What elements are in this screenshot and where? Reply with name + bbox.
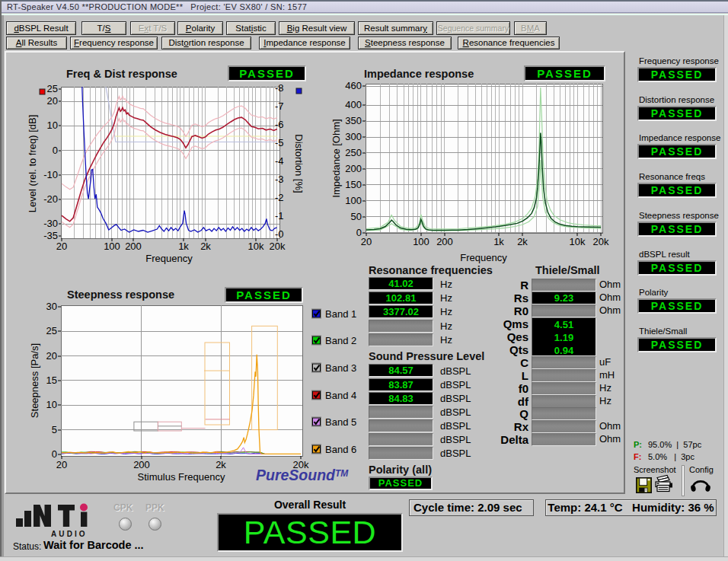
svg-text:50: 50 (351, 211, 362, 222)
svg-text:15: 15 (46, 375, 57, 386)
svg-text:-30: -30 (43, 218, 58, 229)
svg-text:Band 2: Band 2 (325, 335, 356, 346)
svg-text:-5: -5 (275, 137, 284, 148)
svg-text:10k: 10k (570, 236, 586, 247)
svg-text:100: 100 (104, 241, 120, 252)
svg-text:Band 5: Band 5 (325, 416, 356, 428)
svg-text:Frequency: Frequency (460, 252, 507, 263)
svg-text:Distortion [%]: Distortion [%] (293, 134, 305, 193)
svg-text:5: 5 (52, 424, 57, 435)
svg-text:2k: 2k (200, 241, 211, 252)
svg-text:200: 200 (133, 459, 150, 470)
svg-text:20k: 20k (270, 241, 286, 252)
svg-text:0: 0 (52, 448, 57, 460)
svg-text:20: 20 (56, 241, 67, 252)
svg-text:-2: -2 (275, 192, 284, 203)
svg-text:-0: -0 (275, 228, 284, 240)
svg-text:Impedance [Ohm]: Impedance [Ohm] (330, 119, 342, 197)
svg-text:20: 20 (56, 459, 67, 470)
svg-text:200: 200 (125, 241, 142, 252)
svg-text:Level (rel. to freq) [dB]: Level (rel. to freq) [dB] (27, 115, 38, 213)
svg-text:-7: -7 (275, 100, 284, 112)
svg-text:-6: -6 (275, 119, 284, 130)
svg-text:100: 100 (413, 236, 429, 247)
svg-text:150: 150 (345, 179, 362, 190)
svg-text:TM: TM (335, 468, 349, 479)
svg-text:1k: 1k (493, 236, 504, 247)
svg-text:20: 20 (47, 95, 58, 107)
svg-text:200: 200 (345, 163, 362, 174)
svg-text:Band 3: Band 3 (325, 362, 356, 374)
svg-text:250: 250 (345, 147, 362, 158)
svg-text:20k: 20k (593, 236, 609, 247)
svg-text:10: 10 (46, 399, 57, 410)
svg-text:-3: -3 (275, 174, 284, 185)
svg-text:2k: 2k (517, 236, 528, 247)
svg-text:Steepness [Pa/s]: Steepness [Pa/s] (29, 343, 40, 418)
svg-text:460: 460 (345, 80, 362, 91)
svg-text:350: 350 (345, 115, 362, 126)
svg-text:Frequency: Frequency (145, 253, 193, 264)
svg-text:25: 25 (47, 83, 58, 94)
svg-text:Band 1: Band 1 (325, 308, 356, 320)
svg-text:10k: 10k (248, 241, 264, 252)
svg-text:-4: -4 (275, 155, 284, 167)
svg-text:AUDIO: AUDIO (51, 530, 88, 538)
svg-text:1k: 1k (178, 241, 189, 252)
svg-text:Band 4: Band 4 (325, 390, 356, 401)
svg-text:100: 100 (345, 195, 362, 206)
svg-text:10: 10 (47, 120, 58, 131)
svg-text:300: 300 (345, 131, 362, 142)
svg-text:25: 25 (46, 325, 57, 336)
svg-text:Band 6: Band 6 (325, 444, 356, 455)
svg-text:-8: -8 (275, 82, 284, 94)
svg-text:200: 200 (436, 236, 453, 247)
svg-text:400: 400 (345, 99, 362, 110)
svg-text:2k: 2k (216, 459, 226, 470)
svg-text:0: 0 (53, 145, 58, 156)
svg-text:30: 30 (46, 301, 57, 312)
svg-text:20: 20 (46, 350, 57, 362)
svg-text:20: 20 (361, 236, 372, 247)
svg-text:PureSound: PureSound (256, 467, 336, 483)
svg-text:-20: -20 (43, 193, 58, 205)
svg-text:-35: -35 (43, 230, 58, 241)
svg-text:-10: -10 (43, 169, 58, 180)
svg-text:-1: -1 (275, 210, 284, 222)
svg-text:Stimulus Frequency: Stimulus Frequency (138, 471, 225, 483)
